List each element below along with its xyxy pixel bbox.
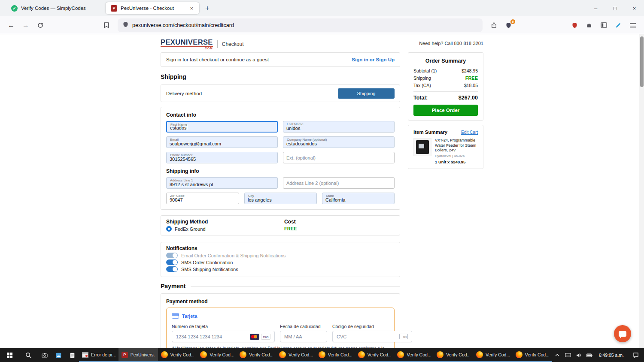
taskbar-app-verify-codes[interactable]: Verify Cod... [473, 348, 513, 362]
pinned-camera-app[interactable] [38, 348, 52, 362]
sms-shipping-notifications-toggle[interactable] [166, 266, 178, 272]
tracking-protection-shield-icon[interactable] [123, 21, 128, 29]
chat-widget-button[interactable] [614, 325, 631, 342]
first-name-input[interactable] [170, 125, 274, 131]
item-summary-title: Item Summary [413, 130, 447, 135]
taskbar-app-verify-codes[interactable]: Verify Cod... [394, 348, 434, 362]
email-input[interactable] [170, 141, 274, 147]
system-tray: 6:49:05 a.m. [552, 348, 644, 362]
start-button[interactable] [0, 348, 19, 362]
ext-field[interactable] [283, 152, 395, 163]
summary-total-row: Total: $267.00 [413, 91, 478, 101]
checkout-page: PEXUNIVERSE .COM Checkout Need help? Cal… [0, 34, 644, 348]
card-number-field[interactable]: VISA [172, 331, 275, 342]
card-tab[interactable]: Tarjeta [172, 313, 389, 319]
taskbar-app-verify-codes[interactable]: Verify Cod... [434, 348, 473, 362]
zip-field[interactable]: ZIP Code [166, 193, 239, 204]
phone-field[interactable]: Phone number [166, 152, 278, 163]
company-input[interactable] [286, 141, 391, 147]
company-field[interactable]: Company Name (optional) [283, 136, 395, 148]
adblocker-extension-icon[interactable]: 6 [501, 18, 515, 32]
shipping-method-title: Shipping Method [166, 219, 284, 224]
divider [217, 40, 218, 48]
fedex-ground-option[interactable]: FedEx Ground [166, 226, 284, 232]
taskbar-app-verify-codes[interactable]: Verify Cod... [158, 348, 197, 362]
taskbar-app-verify-codes[interactable]: Verify Cod... [513, 348, 552, 362]
tab-title: PexUniverse - Checkout [121, 6, 185, 11]
city-input[interactable] [248, 197, 313, 203]
page-scrollbar[interactable] [639, 34, 644, 348]
menu-icon[interactable] [626, 18, 640, 32]
close-button[interactable]: × [625, 0, 644, 16]
pexuniverse-logo[interactable]: PEXUNIVERSE .COM [161, 39, 213, 50]
pinned-photos-app[interactable] [52, 348, 65, 362]
sms-order-confirmation-toggle[interactable] [166, 259, 178, 265]
red-shield-extension-icon[interactable] [568, 18, 581, 32]
taskbar-app-verify-codes[interactable]: Verify Cod... [237, 348, 276, 362]
taskbar-app-pexuniverse[interactable]: P PexUnivers... [118, 348, 158, 362]
place-order-button[interactable]: Place Order [413, 105, 478, 116]
taskbar-search-button[interactable] [19, 348, 38, 362]
battery-icon[interactable] [584, 353, 595, 357]
state-field[interactable]: State [322, 193, 395, 204]
window-controls: – □ × [586, 0, 644, 16]
tray-expand-button[interactable] [552, 354, 563, 356]
email-field[interactable]: Email [166, 136, 278, 148]
minimize-button[interactable]: – [586, 0, 605, 16]
cvc-field[interactable]: 123 [332, 331, 412, 342]
taskbar-app-verify-codes[interactable]: Verify Cod... [355, 348, 395, 362]
last-name-input[interactable] [286, 125, 391, 131]
address2-input[interactable] [286, 178, 391, 188]
share-icon[interactable] [487, 18, 501, 32]
pen-tool-icon[interactable] [611, 18, 625, 32]
city-field[interactable]: City [244, 193, 317, 204]
address2-field[interactable] [283, 177, 395, 189]
delivery-shipping-button[interactable]: Shipping [338, 88, 395, 99]
address1-field[interactable]: Address Line 1 [166, 177, 278, 189]
taskbar-clock[interactable]: 6:49:05 a.m. [595, 353, 628, 358]
expiry-field[interactable] [280, 331, 327, 342]
radio-selected-icon[interactable] [166, 226, 172, 232]
notification-center-button[interactable] [628, 352, 644, 358]
touch-keyboard-icon[interactable] [563, 353, 574, 357]
state-input[interactable] [325, 197, 391, 203]
checkout-side-column: Order Summary Subtotal (1) $248.95 Shipp… [408, 52, 483, 169]
ext-input[interactable] [286, 152, 391, 163]
back-button[interactable]: ← [4, 18, 18, 32]
divider [191, 77, 400, 77]
first-name-field[interactable]: First Name [166, 121, 278, 133]
scrollbar-thumb[interactable] [640, 36, 644, 87]
edit-cart-link[interactable]: Edit Cart [461, 130, 478, 135]
reload-button[interactable] [33, 18, 47, 32]
maximize-button[interactable]: □ [605, 0, 625, 16]
taskbar-app-verify-codes[interactable]: Verify Cod... [316, 348, 355, 362]
taskbar-app-verify-codes[interactable]: Verify Cod... [197, 348, 237, 362]
url-bar[interactable]: pexuniverse.com/checkout/main/creditcard [118, 18, 483, 32]
bookmarks-icon[interactable] [100, 18, 113, 32]
tab-verify-codes[interactable]: ✓ Verify Codes — SimplyCodes [6, 2, 104, 14]
taskbar-app-error-dialog[interactable]: Error de pr... [79, 348, 118, 362]
tab-close-icon[interactable]: × [189, 5, 194, 12]
browser-tab-strip: ✓ Verify Codes — SimplyCodes P PexUniver… [0, 0, 644, 16]
email-notifications-row: Email Order Confirmation & Shipping Noti… [166, 253, 395, 258]
pinned-notes-app[interactable] [65, 348, 79, 362]
address1-input[interactable] [170, 181, 274, 187]
forward-button[interactable]: → [19, 18, 33, 32]
last-name-field[interactable]: Last Name [283, 121, 395, 133]
email-notifications-toggle[interactable] [166, 253, 178, 258]
card-number-input[interactable] [176, 334, 248, 339]
pexuniverse-app-icon: P [122, 352, 128, 358]
chat-bubble-icon [619, 331, 626, 337]
phone-input[interactable] [170, 156, 274, 162]
expiry-input[interactable] [284, 334, 323, 339]
extensions-puzzle-icon[interactable] [582, 18, 596, 32]
signin-button[interactable]: Sign in or Sign Up [352, 57, 395, 62]
zip-input[interactable] [170, 197, 236, 203]
firefox-icon [279, 351, 286, 358]
cvc-input[interactable] [337, 334, 398, 339]
tab-pexuniverse[interactable]: P PexUniverse - Checkout × [106, 2, 199, 14]
volume-icon[interactable] [574, 353, 584, 358]
taskbar-app-verify-codes[interactable]: Verify Cod... [276, 348, 316, 362]
new-tab-button[interactable]: + [200, 4, 215, 12]
sidebar-icon[interactable] [597, 18, 611, 32]
